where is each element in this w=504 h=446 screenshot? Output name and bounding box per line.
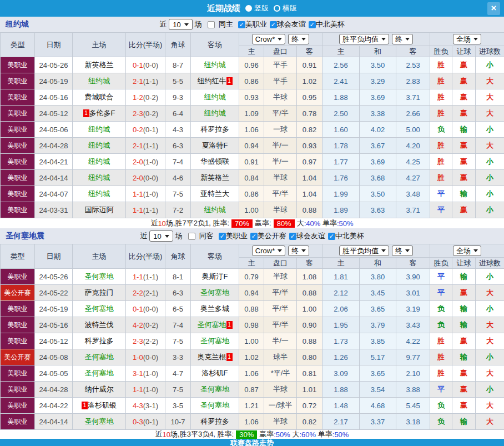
mean-time-select[interactable]: 终	[392, 245, 413, 256]
team-title: 圣何塞地震	[6, 231, 44, 241]
mean-home-odds: 1.77	[322, 154, 360, 170]
crow-away-odds: 1.01	[297, 382, 322, 398]
league-type-cell: 美职业	[1, 186, 35, 202]
handicap-cell: 半球	[264, 269, 297, 285]
mean-home-odds: 1.73	[322, 333, 360, 349]
date-cell: 24-05-26	[35, 269, 73, 285]
bookmaker-select[interactable]: Crow*	[252, 34, 285, 44]
halftime-score: (0-1)	[143, 418, 158, 426]
mean-odds-select[interactable]: 胜平负均值	[339, 245, 389, 256]
corner-cell: 9-3	[165, 89, 191, 106]
mean-away-odds: 3.43	[396, 317, 430, 333]
mean-home-odds: 1.88	[322, 382, 360, 398]
date-cell: 24-05-16	[35, 89, 73, 106]
halftime-score: (0-0)	[143, 61, 158, 69]
corner-cell: 10-7	[165, 414, 191, 430]
date-cell: 24-04-22	[35, 398, 73, 414]
crow-away-odds: 0.88	[297, 202, 322, 218]
halftime-score: (1-1)	[143, 273, 158, 281]
col-home: 主场	[73, 244, 126, 269]
result-wdl: 胜	[430, 106, 452, 122]
mean-time-select[interactable]: 终	[392, 34, 413, 44]
crow-away-odds: 1.00	[297, 301, 322, 317]
result-wdl: 胜	[430, 73, 452, 89]
result-wdl: 胜	[430, 89, 452, 106]
league-trend-bar: 联赛盘路走势	[0, 439, 504, 446]
mean-away-odds: 4.22	[396, 333, 430, 349]
fulltime-score: 2-3	[133, 337, 143, 345]
league-checkbox[interactable]: ✓	[250, 233, 258, 240]
recent-summary: 近10场,胜7平2负1, 胜率:70%赢率:80%大:40% 单率:50%	[0, 218, 504, 228]
home-team-cell: 纽约城	[73, 186, 126, 202]
result-wdl: 胜	[430, 57, 452, 73]
away-team-name: 纽约城	[204, 93, 226, 101]
result-wdl: 负	[430, 122, 452, 138]
mean-home-odds: 1.88	[322, 89, 360, 106]
home-team-cell: 萨克拉门	[73, 285, 126, 301]
league-checkbox[interactable]: ✓	[289, 233, 296, 240]
score-cell: 1-1(1-1)	[126, 269, 165, 285]
close-button[interactable]: ×	[487, 2, 500, 15]
date-cell: 24-03-31	[35, 202, 73, 218]
period-select[interactable]: 全场	[453, 34, 481, 44]
chevron-down-icon	[278, 249, 282, 252]
period-select[interactable]: 全场	[453, 245, 481, 256]
odds-time-select[interactable]: 终	[288, 34, 309, 44]
away-team-name: 夏洛特F	[202, 141, 228, 149]
league-checkbox[interactable]: ✓	[328, 233, 335, 240]
recent-count-select[interactable]: 10	[149, 230, 173, 242]
date-cell: 24-05-12	[35, 333, 73, 349]
result-handicap: 输	[452, 414, 476, 430]
result-handicap: 赢	[452, 382, 476, 398]
league-checkbox[interactable]: ✓	[219, 233, 226, 240]
match-row: 美职业24-04-21纽约城2-0(1-0)7-4华盛顿联0.91半/一0.97…	[1, 154, 504, 170]
radio-horizontal-layout[interactable]: 横版	[274, 3, 297, 13]
summary-segment: :50%	[274, 430, 290, 439]
summary-segment: 10	[163, 430, 170, 439]
recent-results-window: 近期战绩 竖版 横版 × 纽约城 近 10 场 同主 ✓美职业✓	[0, 0, 504, 446]
chevron-down-icon	[405, 38, 410, 41]
radio-vertical-layout[interactable]: 竖版	[245, 3, 269, 13]
result-wdl: 平	[430, 186, 452, 202]
team-title: 纽约城	[6, 19, 29, 29]
summary-segment: 单率	[316, 429, 332, 439]
league-checkbox[interactable]: ✓	[309, 21, 316, 28]
result-wdl: 胜	[430, 365, 452, 382]
corner-cell: 6-3	[165, 285, 191, 301]
fulltime-score: 0-2	[133, 126, 143, 134]
fulltime-score: 3-1	[133, 369, 143, 378]
match-row: 美职业24-05-19圣何塞地0-1(0-0)6-5奥兰多城0.88平/半1.0…	[1, 301, 504, 317]
away-team-cell: 圣何塞地1	[191, 317, 239, 333]
result-handicap: 赢	[452, 365, 476, 382]
halftime-score: (1-1)	[143, 77, 158, 86]
home-team-name: 科罗拉多	[85, 337, 114, 345]
league-checkbox[interactable]: ✓	[270, 21, 277, 28]
handicap-cell: 半球	[264, 202, 297, 218]
same-home-checkbox[interactable]	[208, 21, 215, 28]
handicap-cell: 平/半	[264, 301, 297, 317]
summary-segment: 近	[150, 218, 158, 228]
result-wdl: 胜	[430, 333, 452, 349]
bookmaker-select[interactable]: Crow*	[252, 245, 285, 256]
mean-draw-odds: 3.85	[360, 333, 396, 349]
away-team-cell: 洛杉矶F	[191, 365, 239, 382]
result-handicap: 赢	[452, 73, 476, 89]
handicap-cell: 半球	[264, 382, 297, 398]
halftime-score: (1-0)	[143, 369, 158, 378]
result-goals: 小	[476, 301, 504, 317]
odds-time-select[interactable]: 终	[288, 245, 309, 256]
summary-segment: 赢率	[259, 429, 274, 439]
filter-row: 纽约城 近 10 场 同主 ✓美职业✓球会友谊✓中北美杯	[0, 17, 504, 32]
fulltime-score: 1-1	[133, 273, 143, 281]
mean-draw-odds: 3.80	[360, 269, 396, 285]
away-team-name: 纽约城	[204, 206, 226, 214]
mean-odds-select[interactable]: 胜平负均值	[339, 34, 389, 44]
league-type-cell: 美职业	[1, 301, 35, 317]
league-checkbox[interactable]: ✓	[238, 21, 245, 28]
summary-segment: 30%	[236, 430, 257, 439]
fulltime-score: 2-1	[133, 77, 143, 86]
titlebar: 近期战绩 竖版 横版 ×	[0, 0, 504, 17]
crow-home-odds: 1.06	[239, 122, 264, 138]
same-away-checkbox[interactable]	[188, 233, 195, 240]
recent-count-select[interactable]: 10	[169, 19, 192, 30]
